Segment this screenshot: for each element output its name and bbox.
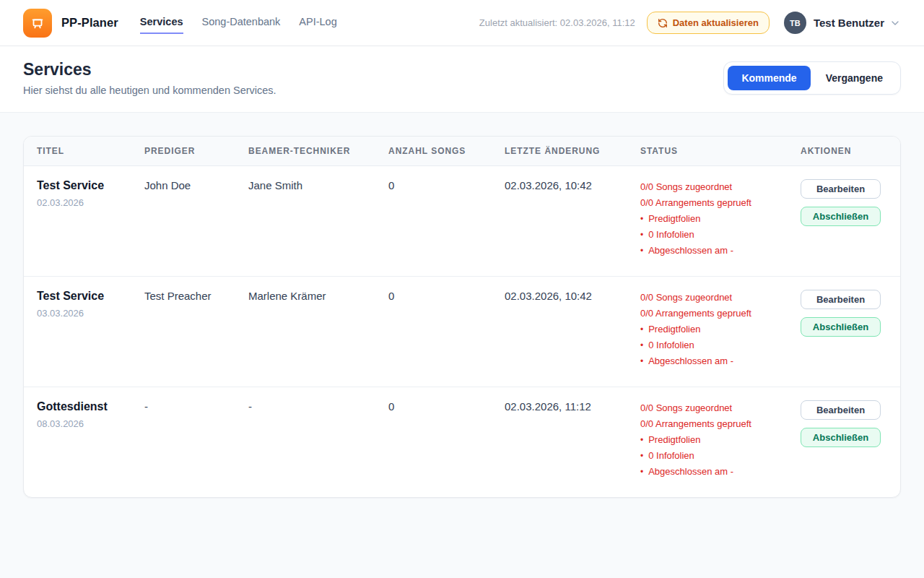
main-nav: Services Song-Datenbank API-Log [140, 12, 337, 34]
services-table: Titel Prediger Beamer-Techniker Anzahl S… [24, 137, 900, 497]
edit-button[interactable]: Bearbeiten [801, 290, 881, 309]
nav-item-services[interactable]: Services [140, 12, 183, 34]
cell-letzte-aenderung: 02.03.2026, 10:42 [505, 277, 640, 387]
cell-anzahl-songs: 0 [388, 277, 505, 387]
bullet-dot: • [640, 435, 643, 445]
refresh-data-button[interactable]: Daten aktualisieren [647, 12, 770, 34]
complete-button[interactable]: Abschließen [801, 207, 881, 226]
status-line: 0/0 Arrangements geprueft [640, 306, 793, 322]
bullet-dot: • [640, 230, 643, 240]
service-date: 03.03.2026 [37, 308, 137, 319]
cell-letzte-aenderung: 02.03.2026, 11:12 [505, 387, 640, 498]
presentation-screen-icon [30, 15, 45, 31]
filter-kommende-button[interactable]: Kommende [728, 66, 810, 90]
service-date: 02.03.2026 [37, 197, 137, 208]
col-header-anzahl-songs: Anzahl Songs [388, 137, 505, 166]
status-line: •Predigtfolien [640, 322, 793, 337]
service-title: Test Service [37, 179, 137, 192]
complete-button[interactable]: Abschließen [801, 428, 881, 447]
col-header-prediger: Prediger [144, 137, 248, 166]
status-line: •0 Infofolien [640, 337, 793, 353]
col-header-aktionen: Aktionen [801, 137, 900, 166]
status-line: 0/0 Arrangements geprueft [640, 416, 793, 432]
refresh-icon [658, 18, 668, 28]
cell-beamer-techniker: - [248, 387, 388, 498]
bullet-dot: • [640, 324, 643, 335]
status-line: 0/0 Songs zugeordnet [640, 179, 793, 195]
page-subtitle: Hier siehst du alle heutigen und kommend… [23, 85, 276, 96]
services-table-card: Titel Prediger Beamer-Techniker Anzahl S… [23, 136, 901, 498]
main-content: Titel Prediger Beamer-Techniker Anzahl S… [0, 113, 924, 521]
page-header: Services Hier siehst du alle heutigen un… [0, 46, 924, 113]
bullet-dot: • [640, 356, 643, 366]
table-header-row: Titel Prediger Beamer-Techniker Anzahl S… [24, 137, 900, 166]
cell-prediger: - [144, 387, 248, 498]
col-header-status: Status [640, 137, 801, 166]
service-date: 08.03.2026 [37, 418, 137, 429]
bullet-dot: • [640, 214, 643, 224]
col-header-beamer-techniker: Beamer-Techniker [248, 137, 388, 166]
filter-vergangene-button[interactable]: Vergangene [812, 66, 897, 90]
status-line: •Abgeschlossen am - [640, 353, 793, 369]
service-title: Test Service [37, 290, 137, 303]
cell-prediger: John Doe [144, 166, 248, 277]
cell-beamer-techniker: Marlene Krämer [248, 277, 388, 387]
status-list: 0/0 Songs zugeordnet0/0 Arrangements gep… [640, 400, 793, 480]
status-line: •0 Infofolien [640, 227, 793, 243]
brand-title: PP-Planer [61, 16, 118, 30]
bullet-dot: • [640, 467, 643, 477]
avatar: TB [784, 12, 806, 34]
table-row: Test Service 02.03.2026 John Doe Jane Sm… [24, 166, 900, 277]
cell-beamer-techniker: Jane Smith [248, 166, 388, 277]
app-logo[interactable] [23, 9, 52, 38]
bullet-dot: • [640, 246, 643, 256]
status-list: 0/0 Songs zugeordnet0/0 Arrangements gep… [640, 290, 793, 369]
filter-toggle-group: Kommende Vergangene [723, 61, 901, 95]
status-line: 0/0 Songs zugeordnet [640, 400, 793, 416]
status-line: •0 Infofolien [640, 448, 793, 464]
table-row: Test Service 03.03.2026 Test Preacher Ma… [24, 277, 900, 387]
service-title: Gottesdienst [37, 400, 137, 413]
cell-anzahl-songs: 0 [388, 387, 505, 498]
edit-button[interactable]: Bearbeiten [801, 179, 881, 199]
table-row: Gottesdienst 08.03.2026 - - 0 02.03.2026… [24, 387, 900, 498]
bullet-dot: • [640, 451, 643, 461]
status-line: •Predigtfolien [640, 432, 793, 448]
status-line: •Predigtfolien [640, 211, 793, 227]
cell-prediger: Test Preacher [144, 277, 248, 387]
status-line: 0/0 Songs zugeordnet [640, 290, 793, 306]
user-name: Test Benutzer [814, 17, 884, 29]
col-header-letzte-aenderung: Letzte Änderung [505, 137, 640, 166]
page-title: Services [23, 60, 276, 79]
chevron-down-icon [889, 17, 901, 29]
edit-button[interactable]: Bearbeiten [801, 400, 881, 420]
status-line: •Abgeschlossen am - [640, 243, 793, 259]
nav-item-song-datenbank[interactable]: Song-Datenbank [202, 12, 281, 34]
nav-item-api-log[interactable]: API-Log [299, 12, 336, 34]
user-menu[interactable]: TB Test Benutzer [784, 12, 901, 34]
refresh-button-label: Daten aktualisieren [673, 17, 759, 28]
cell-anzahl-songs: 0 [388, 166, 505, 277]
status-list: 0/0 Songs zugeordnet0/0 Arrangements gep… [640, 179, 793, 259]
status-line: 0/0 Arrangements geprueft [640, 195, 793, 211]
bullet-dot: • [640, 340, 643, 350]
status-line: •Abgeschlossen am - [640, 464, 793, 480]
last-updated-text: Zuletzt aktualisiert: 02.03.2026, 11:12 [479, 17, 635, 28]
complete-button[interactable]: Abschließen [801, 317, 881, 337]
col-header-titel: Titel [24, 137, 144, 166]
cell-letzte-aenderung: 02.03.2026, 10:42 [505, 166, 640, 277]
app-header: PP-Planer Services Song-Datenbank API-Lo… [0, 0, 924, 46]
